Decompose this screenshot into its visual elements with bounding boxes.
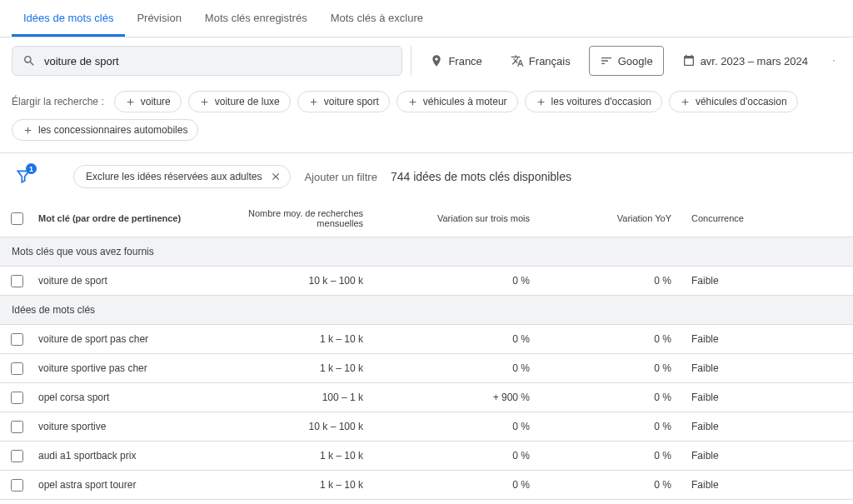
tabs: Idées de mots clésPrévisionMots clés enr… <box>0 0 853 37</box>
row-checkbox[interactable] <box>11 333 23 346</box>
broaden-chip-6[interactable]: les concessionnaires automobiles <box>12 119 198 141</box>
row-checkbox[interactable] <box>11 392 23 404</box>
cell-keyword[interactable]: opel astra sport tourer <box>33 479 200 491</box>
network-icon <box>600 54 613 67</box>
plus-icon <box>680 97 691 107</box>
calendar-icon <box>682 54 696 67</box>
table-row: audi a1 sportback prix1 k – 10 k0 %0 %Fa… <box>0 442 853 471</box>
close-icon[interactable] <box>270 171 282 182</box>
keyword-grid: Mot clé (par ordre de pertinence) Nombre… <box>0 200 853 504</box>
broaden-chip-3[interactable]: véhicules à moteur <box>397 91 518 112</box>
table-row: voiture sportive pas cher1 k – 10 k0 %0 … <box>0 354 853 383</box>
grid-header: Mot clé (par ordre de pertinence) Nombre… <box>0 200 853 237</box>
applied-filter-chip[interactable]: Exclure les idées réservées aux adultes <box>73 165 291 188</box>
tab-3[interactable]: Mots clés à exclure <box>319 0 435 37</box>
table-row: opel corsa sport100 – 1 k+ 900 %0 %Faibl… <box>0 383 853 412</box>
cell-varyoy: 0 % <box>541 421 683 432</box>
col-keyword[interactable]: Mot clé (par ordre de pertinence) <box>33 213 200 223</box>
cell-var3m: 0 % <box>375 450 541 462</box>
cell-volume: 1 k – 10 k <box>200 479 375 491</box>
cell-varyoy: 0 % <box>541 392 683 403</box>
search-icon <box>22 54 36 67</box>
cell-comp: Faible <box>683 421 833 432</box>
cell-volume: 1 k – 10 k <box>200 333 375 345</box>
cell-keyword[interactable]: audi a1 sportback prix <box>33 450 200 462</box>
broaden-chip-0[interactable]: voiture <box>114 91 182 112</box>
language-button[interactable]: Français <box>501 46 581 76</box>
row-checkbox[interactable] <box>11 450 23 462</box>
cell-varyoy: 0 % <box>541 450 683 462</box>
plus-icon <box>536 97 546 107</box>
chip-label: les voitures d'occasion <box>551 96 651 107</box>
cell-keyword[interactable]: voiture de sport pas cher <box>33 333 200 345</box>
section-provided: Mots clés que vous avez fournis <box>0 237 853 267</box>
location-button[interactable]: France <box>420 46 491 76</box>
cell-volume: 10 k – 100 k <box>200 421 375 432</box>
cell-volume: 100 – 1 k <box>200 392 375 403</box>
cell-var3m: 0 % <box>375 275 541 287</box>
cell-varyoy: 0 % <box>541 275 683 287</box>
daterange-label: avr. 2023 – mars 2024 <box>701 55 808 67</box>
ideas-count: 744 idées de mots clés disponibles <box>391 170 571 183</box>
cell-comp: Faible <box>683 479 833 491</box>
broaden-chip-4[interactable]: les voitures d'occasion <box>525 91 662 112</box>
cell-var3m: 0 % <box>375 362 541 374</box>
table-row: voiture de course10 k – 100 k0 %0 %Élevé <box>0 500 853 504</box>
search-box[interactable] <box>12 46 402 76</box>
cell-keyword[interactable]: voiture de sport <box>33 275 200 287</box>
cell-comp: Faible <box>683 333 833 345</box>
broaden-chip-2[interactable]: voiture sport <box>297 91 390 112</box>
plus-icon <box>308 97 319 107</box>
cell-varyoy: 0 % <box>541 479 683 491</box>
controls-bar: France Français Google avr. 2023 – mars … <box>0 37 853 84</box>
col-var3m[interactable]: Variation sur trois mois <box>375 213 541 223</box>
row-checkbox[interactable] <box>11 362 23 375</box>
row-checkbox[interactable] <box>11 275 23 287</box>
network-button[interactable]: Google <box>589 46 664 76</box>
broaden-row: Élargir la recherche : voiturevoiture de… <box>0 84 853 153</box>
row-checkbox[interactable] <box>11 479 23 492</box>
daterange-button[interactable]: avr. 2023 – mars 2024 <box>672 46 818 76</box>
tab-0[interactable]: Idées de mots clés <box>12 0 125 37</box>
search-input[interactable] <box>44 55 392 67</box>
cell-var3m: 0 % <box>375 479 541 491</box>
cell-keyword[interactable]: voiture sportive pas cher <box>33 362 200 374</box>
broaden-chip-1[interactable]: voiture de luxe <box>188 91 291 112</box>
filter-row: 1 Exclure les idées réservées aux adulte… <box>0 153 853 200</box>
applied-filter-label: Exclure les idées réservées aux adultes <box>86 171 262 182</box>
network-label: Google <box>618 55 653 67</box>
col-comp[interactable]: Concurrence <box>683 213 833 223</box>
tab-1[interactable]: Prévision <box>125 0 192 37</box>
cell-keyword[interactable]: opel corsa sport <box>33 392 200 403</box>
cell-varyoy: 0 % <box>541 362 683 374</box>
row-checkbox[interactable] <box>11 421 23 433</box>
select-all-checkbox[interactable] <box>11 212 23 225</box>
col-varyoy[interactable]: Variation YoY <box>541 213 683 223</box>
col-volume[interactable]: Nombre moy. de recherches mensuelles <box>200 208 375 228</box>
language-label: Français <box>529 55 571 67</box>
cell-comp: Faible <box>683 275 833 287</box>
cell-var3m: 0 % <box>375 421 541 432</box>
filter-badge: 1 <box>26 163 37 174</box>
cell-comp: Faible <box>683 362 833 374</box>
chip-label: véhicules à moteur <box>423 96 507 107</box>
chip-label: voiture sport <box>324 96 379 107</box>
broaden-chip-5[interactable]: véhicules d'occasion <box>669 91 798 112</box>
table-row: opel astra sport tourer1 k – 10 k0 %0 %F… <box>0 471 853 500</box>
plus-icon <box>22 125 33 136</box>
plus-icon <box>199 97 210 107</box>
plus-icon <box>407 97 418 107</box>
filter-icon-button[interactable]: 1 <box>12 165 35 188</box>
dropdown-icon[interactable] <box>826 53 841 68</box>
chip-label: les concessionnaires automobiles <box>38 124 187 136</box>
cell-varyoy: 0 % <box>541 333 683 345</box>
location-icon <box>430 54 443 67</box>
cell-comp: Faible <box>683 450 833 462</box>
add-filter-link[interactable]: Ajouter un filtre <box>304 171 377 183</box>
table-row: voiture de sport pas cher1 k – 10 k0 %0 … <box>0 325 853 354</box>
cell-volume: 1 k – 10 k <box>200 450 375 462</box>
broaden-label: Élargir la recherche : <box>12 96 104 107</box>
tab-2[interactable]: Mots clés enregistrés <box>193 0 319 37</box>
cell-keyword[interactable]: voiture sportive <box>33 421 200 432</box>
location-label: France <box>448 55 481 67</box>
